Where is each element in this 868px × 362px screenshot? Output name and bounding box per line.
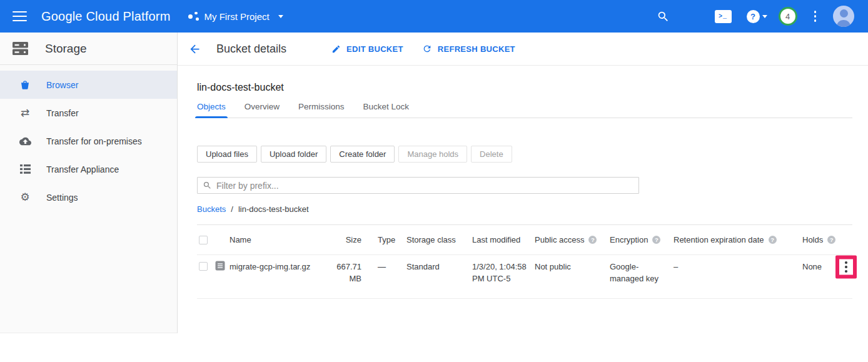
sidebar-item-label: Transfer for on-premises bbox=[46, 136, 142, 146]
hamburger-menu-icon[interactable] bbox=[13, 11, 27, 22]
cell-public-access: Not public bbox=[533, 255, 608, 273]
cell-size: 667.71 MB bbox=[325, 255, 364, 285]
column-label: Retention expiration date bbox=[674, 235, 764, 244]
project-selector[interactable]: My First Project bbox=[188, 11, 283, 22]
search-icon[interactable] bbox=[657, 10, 670, 23]
column-label: Public access bbox=[535, 235, 584, 244]
search-icon bbox=[203, 181, 212, 190]
sidebar-item-transfer-on-premises[interactable]: Transfer for on-premises bbox=[0, 127, 177, 155]
column-header-name[interactable]: Name bbox=[230, 235, 325, 244]
sidebar-item-transfer-appliance[interactable]: Transfer Appliance bbox=[0, 155, 177, 183]
refresh-icon bbox=[422, 44, 432, 54]
cell-holds: None bbox=[801, 255, 840, 273]
sidebar-item-label: Transfer Appliance bbox=[46, 164, 119, 174]
column-header-storage-class[interactable]: Storage class bbox=[405, 235, 471, 244]
cell-retention-expiration-date: – bbox=[672, 255, 801, 273]
breadcrumb-buckets-link[interactable]: Buckets bbox=[197, 204, 226, 214]
sidebar-item-label: Settings bbox=[46, 193, 78, 203]
create-folder-button[interactable]: Create folder bbox=[330, 146, 395, 163]
row-checkbox[interactable] bbox=[199, 262, 208, 271]
delete-button[interactable]: Delete bbox=[471, 146, 512, 163]
filter-input[interactable] bbox=[216, 181, 638, 191]
gear-icon: ⚙ bbox=[19, 192, 31, 203]
avatar[interactable] bbox=[833, 6, 854, 27]
brand-logo[interactable]: Google Cloud Platform bbox=[41, 9, 171, 24]
column-label: Holds bbox=[802, 235, 823, 244]
transfer-arrows-icon: ⇄ bbox=[19, 108, 31, 118]
tab-permissions[interactable]: Permissions bbox=[298, 102, 345, 118]
notification-count: 4 bbox=[785, 12, 790, 21]
sidebar-header: Storage bbox=[0, 33, 177, 65]
gcp-console: Google Cloud Platform My First Project >… bbox=[0, 0, 868, 362]
column-header-public-access[interactable]: Public access ? bbox=[533, 235, 608, 244]
cell-storage-class: Standard bbox=[405, 255, 471, 273]
select-all-checkbox[interactable] bbox=[199, 236, 208, 244]
chevron-down-icon bbox=[762, 15, 767, 18]
column-header-encryption[interactable]: Encryption ? bbox=[608, 235, 672, 244]
main-panel: Bucket details EDIT BUCKET REFRESH BUCKE… bbox=[178, 33, 868, 362]
column-header-retention-expiration-date[interactable]: Retention expiration date ? bbox=[672, 235, 801, 244]
objects-toolbar: Upload files Upload folder Create folder… bbox=[197, 146, 852, 163]
table-header-row: Name Size Type Storage class Last modifi… bbox=[197, 225, 852, 255]
tab-overview[interactable]: Overview bbox=[245, 102, 280, 118]
more-options-icon bbox=[845, 261, 847, 273]
bucket-tabs: Objects Overview Permissions Bucket Lock bbox=[197, 102, 852, 118]
cell-name[interactable]: migrate-gcp-img.tar.gz bbox=[230, 255, 325, 273]
appliance-list-icon bbox=[19, 164, 31, 174]
help-icon[interactable]: ? bbox=[652, 236, 660, 244]
column-label: Encryption bbox=[610, 235, 648, 244]
chevron-down-icon bbox=[278, 15, 283, 18]
help-icon: ? bbox=[747, 10, 760, 23]
edit-bucket-label: EDIT BUCKET bbox=[346, 44, 403, 54]
sidebar-item-browser[interactable]: Browser bbox=[0, 71, 177, 99]
project-icon bbox=[188, 11, 199, 22]
row-menu-button[interactable] bbox=[841, 261, 851, 273]
tab-bucket-lock[interactable]: Bucket Lock bbox=[363, 102, 410, 118]
cloud-upload-icon bbox=[19, 137, 31, 146]
more-options-icon[interactable] bbox=[814, 11, 817, 22]
sidebar-item-label: Transfer bbox=[46, 108, 79, 118]
cell-last-modified: 1/3/20, 1:04:58 PM UTC-5 bbox=[471, 255, 533, 285]
help-menu[interactable]: ? bbox=[747, 10, 767, 23]
cloud-shell-icon[interactable]: >_ bbox=[715, 10, 732, 23]
bucket-details-content: lin-docs-test-bucket Objects Overview Pe… bbox=[178, 66, 868, 299]
sidebar-nav: Browser ⇄ Transfer Transfer for on-premi… bbox=[0, 65, 177, 211]
table-row: migrate-gcp-img.tar.gz 667.71 MB — Stand… bbox=[197, 255, 852, 299]
cell-type: — bbox=[364, 255, 405, 273]
tab-objects[interactable]: Objects bbox=[197, 102, 226, 118]
column-header-size[interactable]: Size bbox=[325, 235, 364, 244]
column-header-type[interactable]: Type bbox=[364, 235, 405, 244]
back-arrow-icon[interactable] bbox=[187, 41, 202, 56]
bucket-name: lin-docs-test-bucket bbox=[197, 82, 852, 93]
refresh-bucket-button[interactable]: REFRESH BUCKET bbox=[422, 44, 515, 54]
help-icon[interactable]: ? bbox=[827, 236, 835, 244]
storage-product-icon bbox=[11, 41, 29, 56]
notifications-badge[interactable]: 4 bbox=[779, 7, 797, 26]
page-title: Bucket details bbox=[216, 43, 286, 56]
breadcrumb-separator: / bbox=[231, 204, 233, 214]
filter-field bbox=[197, 177, 639, 194]
upload-folder-button[interactable]: Upload folder bbox=[261, 146, 326, 163]
help-icon[interactable]: ? bbox=[769, 236, 777, 244]
upload-files-button[interactable]: Upload files bbox=[197, 146, 257, 163]
help-icon[interactable]: ? bbox=[588, 236, 597, 244]
edit-bucket-button[interactable]: EDIT BUCKET bbox=[331, 44, 403, 54]
page-header: Bucket details EDIT BUCKET REFRESH BUCKE… bbox=[178, 33, 868, 66]
breadcrumb: Buckets / lin-docs-test-bucket bbox=[197, 204, 852, 214]
manage-holds-button[interactable]: Manage holds bbox=[398, 146, 467, 163]
breadcrumb-current: lin-docs-test-bucket bbox=[238, 204, 309, 214]
column-header-holds[interactable]: Holds ? bbox=[801, 235, 840, 244]
column-header-last-modified[interactable]: Last modified bbox=[471, 235, 533, 244]
project-name: My First Project bbox=[204, 11, 270, 22]
file-icon bbox=[213, 255, 230, 273]
topbar: Google Cloud Platform My First Project >… bbox=[0, 0, 868, 33]
sidebar-title: Storage bbox=[45, 42, 87, 56]
bucket-icon bbox=[19, 79, 31, 91]
sidebar-item-settings[interactable]: ⚙ Settings bbox=[0, 183, 177, 211]
sidebar-item-transfer[interactable]: ⇄ Transfer bbox=[0, 99, 177, 127]
sidebar: Storage Browser ⇄ Transfer Tran bbox=[0, 33, 178, 333]
cell-encryption: Google-managed key bbox=[608, 255, 672, 285]
sidebar-item-label: Browser bbox=[46, 80, 78, 90]
objects-table: Name Size Type Storage class Last modifi… bbox=[197, 224, 852, 299]
pencil-icon bbox=[331, 44, 341, 54]
